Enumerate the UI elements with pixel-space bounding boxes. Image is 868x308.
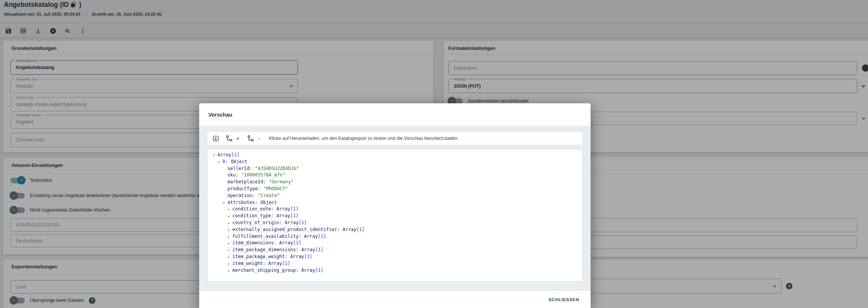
json-type: Array [217, 152, 231, 157]
json-key: sku: [227, 172, 241, 178]
json-key: operation: [227, 193, 258, 198]
json-string-value: "PRODUCT" [263, 186, 288, 191]
json-tree-line[interactable]: ▾Array[1] [208, 152, 582, 159]
json-type: Array [343, 227, 356, 232]
json-tree-line[interactable]: ▸item_weight: Array[1] [208, 260, 582, 267]
modal-footer: SCHLIESSEN [199, 291, 591, 308]
json-tree-line[interactable]: ▸externally_assigned_product_identifier:… [208, 226, 582, 233]
collapse-all-minus[interactable]: - [257, 136, 261, 141]
json-type: Array [277, 206, 290, 212]
json-type: Array [279, 240, 293, 245]
collapse-arrow-icon[interactable]: ▾ [213, 152, 217, 159]
json-array-count: [1] [315, 268, 324, 273]
json-type: Array [301, 247, 315, 252]
json-tree-line[interactable]: ▸item_package_dimensions: Array[1] [208, 247, 582, 253]
json-array-count: [1] [315, 247, 324, 252]
json-array-count: [1] [282, 261, 290, 266]
json-tree-line: sku: "1000035784_mfn" [208, 172, 582, 179]
json-array-count: [1] [290, 206, 299, 212]
json-type: Object [261, 200, 277, 205]
json-tree-line[interactable]: ▸fulfillment_availability: Array[1] [208, 233, 582, 240]
json-key: attributes: [227, 200, 261, 205]
app-screen: Angebotskatalog (ID ) Aktualisiert am: 3… [0, 0, 868, 308]
json-string-value: "Germany" [269, 179, 293, 184]
json-key: sellerId: [227, 166, 255, 171]
json-key: fulfillment_availability: [232, 234, 304, 239]
json-tree-line[interactable]: ▾0: Object [208, 159, 582, 165]
json-tree-line[interactable]: ▸condition_type: Array[1] [208, 213, 582, 220]
json-array-count: [1] [304, 254, 312, 259]
expand-arrow-icon[interactable]: ▸ [228, 268, 232, 274]
json-tree-line: marketplaceId: "Germany" [208, 179, 582, 186]
expand-arrow-icon[interactable]: ▸ [228, 254, 232, 261]
json-key: condition_type: [232, 213, 277, 218]
json-type: Array [301, 268, 315, 273]
json-tree: ▾Array[1]▾0: ObjectsellerId: "A3S0DSUZZD… [207, 149, 583, 282]
json-key: merchant_shipping_group: [232, 268, 301, 273]
json-tree-line[interactable]: ▸condition_note: Array[1] [208, 206, 582, 213]
expand-all-icon[interactable] [226, 135, 232, 141]
expand-arrow-icon[interactable]: ▸ [228, 213, 232, 220]
json-array-count: [1] [293, 240, 301, 245]
json-tree-line: sellerId: "A3S0DSUZZDXDJG" [208, 165, 582, 172]
json-string-value: "Create" [258, 193, 280, 198]
json-tree-line[interactable]: ▸item_dimensions: Array[1] [208, 240, 582, 247]
json-type: Array [304, 234, 318, 239]
json-key: item_dimensions: [232, 240, 279, 245]
json-key: item_weight: [232, 261, 268, 266]
json-array-count: [1] [356, 227, 365, 232]
json-tree-line[interactable]: ▸merchant_shipping_group: Array[1] [208, 267, 582, 274]
json-key: country_of_origin: [232, 220, 285, 225]
download-box-icon[interactable] [213, 135, 219, 142]
json-key: item_package_weight: [232, 254, 290, 259]
json-type: Array [290, 254, 304, 259]
expand-arrow-icon[interactable]: ▸ [228, 247, 232, 254]
collapse-all-icon[interactable] [248, 135, 254, 141]
json-key: condition_note: [232, 206, 277, 212]
collapse-arrow-icon[interactable]: ▾ [218, 159, 222, 166]
expand-all-plus[interactable]: + [236, 136, 240, 141]
json-type: Object [231, 159, 247, 164]
expand-arrow-icon[interactable]: ▸ [228, 220, 232, 227]
json-tree-line: operation: "Create" [208, 192, 582, 199]
expand-arrow-icon[interactable]: ▸ [228, 261, 232, 268]
json-key: marketplaceId: [227, 179, 269, 184]
json-type: Array [268, 261, 282, 266]
json-string-value: "A3S0DSUZZDXDJG" [255, 166, 299, 171]
vorschau-modal: Vorschau + - Klicke au [199, 103, 591, 308]
preview-toolbar: + - Klicke auf Herunterladen, um den Kat… [207, 132, 583, 145]
collapse-arrow-icon[interactable]: ▾ [223, 200, 227, 207]
json-array-count: [1] [290, 213, 299, 218]
json-array-count: [1] [298, 220, 307, 225]
expand-arrow-icon[interactable]: ▸ [228, 227, 232, 234]
expand-arrow-icon[interactable]: ▸ [228, 240, 232, 247]
json-tree-line[interactable]: ▸item_package_weight: Array[1] [208, 253, 582, 260]
json-array-count: [1] [318, 234, 326, 239]
json-key: 0: [222, 159, 231, 164]
json-tree-line: productType: "PRODUCT" [208, 186, 582, 192]
expand-arrow-icon[interactable]: ▸ [228, 234, 232, 241]
modal-body: + - Klicke auf Herunterladen, um den Kat… [199, 126, 591, 291]
modal-title: Vorschau [199, 103, 591, 126]
json-key: externally_assigned_product_identifier: [232, 227, 343, 232]
json-string-value: "1000035784_mfn" [241, 172, 285, 178]
expand-arrow-icon[interactable]: ▸ [228, 206, 232, 213]
json-tree-line[interactable]: ▸country_of_origin: Array[1] [208, 220, 582, 226]
json-type: Array [285, 220, 298, 225]
json-array-count: [1] [231, 152, 240, 157]
json-key: productType: [227, 186, 263, 191]
json-key: item_package_dimensions: [232, 247, 301, 252]
json-tree-line[interactable]: ▾attributes: Object [208, 199, 582, 206]
close-button[interactable]: SCHLIESSEN [546, 297, 582, 302]
preview-hint: Klicke auf Herunterladen, um den Katalog… [269, 136, 459, 141]
json-type: Array [277, 213, 290, 218]
